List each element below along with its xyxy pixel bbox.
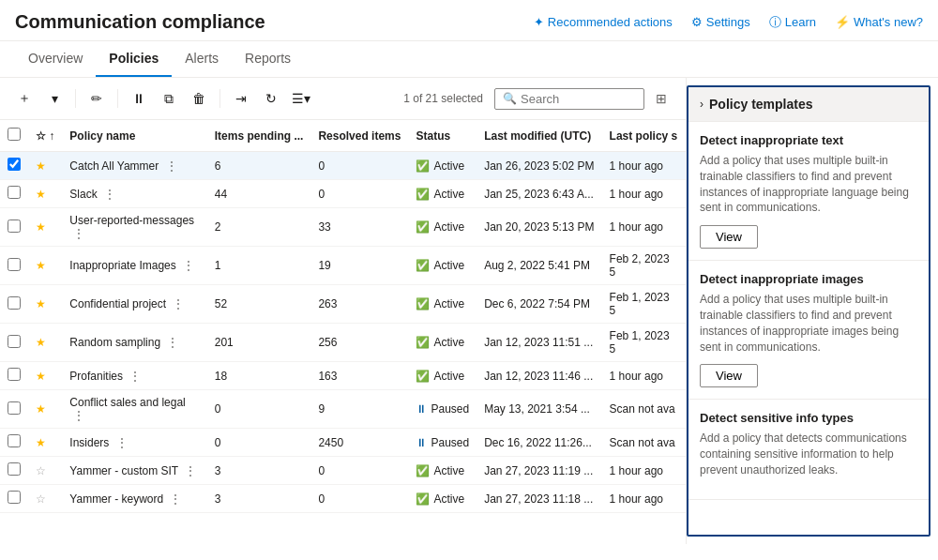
col-star[interactable]: ☆ ↑ (28, 120, 62, 152)
star-filled-icon[interactable]: ★ (36, 259, 46, 272)
row-checkbox[interactable] (8, 258, 21, 271)
select-all-checkbox[interactable] (8, 128, 21, 141)
row-checkbox[interactable] (8, 186, 21, 199)
row-more-icon[interactable]: ⋮ (166, 492, 181, 506)
row-star-cell: ☆ (28, 485, 62, 513)
row-star-cell: ★ (28, 362, 62, 390)
row-more-icon[interactable]: ⋮ (69, 409, 84, 422)
pause-button[interactable]: ⏸ (126, 85, 152, 112)
row-policy-name[interactable]: User-reported-messages ⋮ (62, 208, 206, 247)
row-policy-name[interactable]: Slack ⋮ (62, 180, 206, 208)
settings-link[interactable]: ⚙ Settings (691, 15, 750, 29)
table-row: ★ User-reported-messages ⋮ 2 33 ✅ Active… (0, 208, 686, 247)
row-checkbox[interactable] (8, 296, 21, 310)
export-button[interactable]: ⇥ (228, 85, 254, 112)
row-more-icon[interactable]: ⋮ (113, 436, 128, 449)
star-filled-icon[interactable]: ★ (36, 370, 46, 383)
template-desc-sensitive-info: Add a policy that detects communications… (700, 431, 917, 477)
row-checkbox[interactable] (8, 158, 21, 171)
row-checkbox[interactable] (8, 462, 21, 476)
star-filled-icon[interactable]: ★ (36, 436, 46, 449)
tab-reports[interactable]: Reports (232, 41, 304, 77)
tab-alerts[interactable]: Alerts (172, 41, 232, 77)
row-status-text: Active (433, 188, 464, 201)
row-policy-name[interactable]: Confidential project ⋮ (62, 285, 206, 324)
row-more-icon[interactable]: ⋮ (163, 336, 178, 349)
star-empty-icon[interactable]: ☆ (36, 492, 46, 506)
row-checkbox[interactable] (8, 368, 21, 381)
delete-button[interactable]: 🗑 (186, 85, 212, 112)
row-more-icon[interactable]: ⋮ (126, 370, 141, 383)
row-more-icon[interactable]: ⋮ (169, 297, 184, 310)
add-dropdown-button[interactable]: ▾ (41, 85, 68, 112)
row-policy-name[interactable]: Inappropriate Images ⋮ (62, 247, 206, 285)
row-checkbox[interactable] (8, 219, 21, 233)
col-resolved[interactable]: Resolved items (310, 120, 408, 152)
recommended-actions-link[interactable]: ✦ Recommended actions (534, 15, 673, 29)
separator-1 (75, 89, 76, 108)
row-status: ✅ Active (408, 152, 477, 180)
row-checkbox[interactable] (8, 335, 21, 348)
row-status: ✅ Active (408, 457, 477, 485)
row-more-icon[interactable]: ⋮ (179, 259, 194, 272)
row-policy-name[interactable]: Catch All Yammer ⋮ (62, 152, 206, 180)
tab-overview[interactable]: Overview (15, 41, 96, 77)
whats-new-link[interactable]: ⚡ What's new? (835, 15, 923, 29)
copy-button[interactable]: ⧉ (156, 85, 182, 112)
row-policy-name[interactable]: Insiders ⋮ (62, 429, 206, 457)
col-last-policy[interactable]: Last policy s (602, 120, 686, 152)
row-policy-name[interactable]: Random sampling ⋮ (62, 324, 206, 362)
row-status: ✅ Active (408, 324, 477, 362)
row-checkbox[interactable] (8, 434, 21, 447)
main-content: ＋ ▾ ✏ ⏸ ⧉ 🗑 ⇥ ↻ ☰▾ 1 of 21 selected 🔍 ⊞ (0, 78, 938, 544)
row-policy-name[interactable]: Yammer - keyword ⋮ (62, 485, 206, 513)
row-last-policy: Feb 1, 2023 5 (602, 324, 686, 362)
row-star-cell: ★ (28, 208, 62, 247)
view-button-inappropriate-text[interactable]: View (700, 225, 758, 249)
add-button[interactable]: ＋ (11, 85, 38, 112)
status-active-icon: ✅ (416, 336, 430, 349)
row-modified: Jan 20, 2023 5:13 PM (477, 208, 601, 247)
panel-chevron-icon[interactable]: › (700, 98, 704, 111)
star-filled-icon[interactable]: ★ (36, 159, 46, 173)
row-status-text: Active (433, 336, 464, 349)
row-pending: 3 (207, 457, 311, 485)
row-status-text: Active (433, 220, 464, 234)
row-status-text: Active (433, 492, 464, 506)
row-checkbox[interactable] (8, 401, 21, 415)
refresh-button[interactable]: ↻ (258, 85, 284, 112)
star-filled-icon[interactable]: ★ (36, 188, 46, 201)
col-modified[interactable]: Last modified (UTC) (477, 120, 601, 152)
row-more-icon[interactable]: ⋮ (69, 227, 84, 240)
learn-link[interactable]: ⓘ Learn (769, 14, 816, 31)
view-button-inappropriate-images[interactable]: View (700, 364, 758, 387)
row-modified: Aug 2, 2022 5:41 PM (477, 247, 601, 285)
star-filled-icon[interactable]: ★ (36, 220, 46, 234)
template-item-inappropriate-images: Detect inappropriate images Add a policy… (688, 261, 929, 400)
row-last-policy: Scan not ava (602, 390, 686, 429)
col-items-pending[interactable]: Items pending ... (207, 120, 311, 152)
row-more-icon[interactable]: ⋮ (181, 464, 196, 477)
grid-view-button[interactable]: ⊞ (648, 85, 674, 112)
col-status[interactable]: Status (408, 120, 477, 152)
recommended-icon: ✦ (534, 15, 544, 29)
tab-policies[interactable]: Policies (96, 41, 172, 77)
row-policy-name[interactable]: Conflict sales and legal ⋮ (62, 390, 206, 429)
header-actions: ✦ Recommended actions ⚙ Settings ⓘ Learn… (534, 14, 923, 31)
col-policy-name[interactable]: Policy name (62, 120, 206, 152)
edit-button[interactable]: ✏ (83, 85, 110, 112)
star-empty-icon[interactable]: ☆ (36, 464, 46, 477)
row-modified: Jan 27, 2023 11:19 ... (477, 457, 601, 485)
status-paused-icon: ⏸ (416, 436, 427, 449)
star-filled-icon[interactable]: ★ (36, 402, 46, 416)
star-filled-icon[interactable]: ★ (36, 336, 46, 349)
star-filled-icon[interactable]: ★ (36, 297, 46, 310)
row-more-icon[interactable]: ⋮ (162, 159, 177, 173)
search-input[interactable] (521, 92, 636, 106)
row-policy-name[interactable]: Yammer - custom SIT ⋮ (62, 457, 206, 485)
row-more-icon[interactable]: ⋮ (100, 188, 115, 201)
row-checkbox[interactable] (8, 491, 21, 504)
row-resolved: 0 (310, 457, 408, 485)
columns-button[interactable]: ☰▾ (288, 85, 314, 112)
row-policy-name[interactable]: Profanities ⋮ (62, 362, 206, 390)
